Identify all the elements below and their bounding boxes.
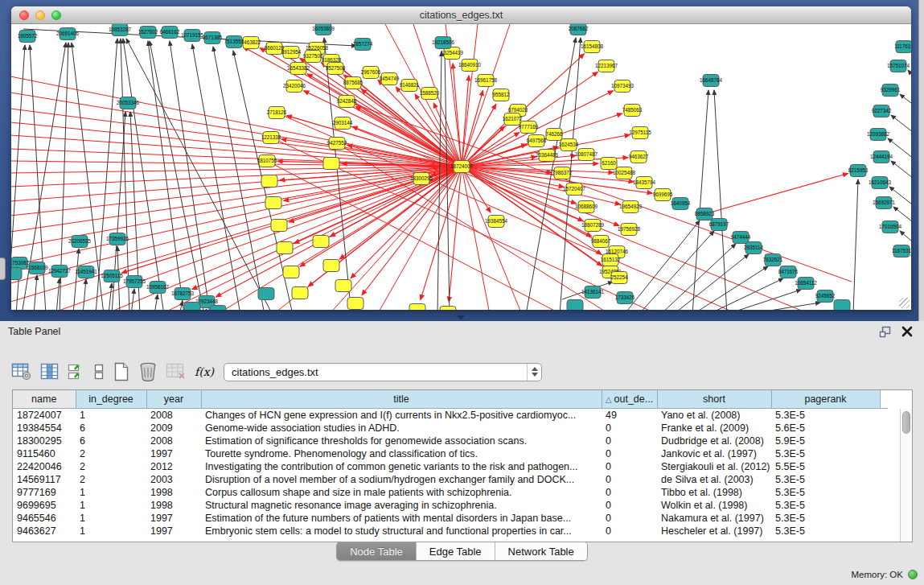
graph-node[interactable]: 18435794 <box>633 177 656 189</box>
tab-edge-table[interactable]: Edge Table <box>417 542 495 560</box>
graph-node[interactable]: 9227342 <box>872 105 892 117</box>
graph-node[interactable]: 9777169 <box>519 122 539 134</box>
graph-node[interactable]: 16543382 <box>287 63 310 75</box>
graph-node[interactable]: 19384554 <box>485 216 508 228</box>
graph-node[interactable]: 12213967 <box>595 60 618 72</box>
graph-node[interactable] <box>265 197 281 209</box>
graph-node[interactable]: 20364486 <box>536 150 559 162</box>
graph-node[interactable]: 9327508 <box>303 51 323 63</box>
graph-node[interactable]: 2087682 <box>569 24 589 35</box>
graph-node[interactable]: 12975115 <box>629 127 651 139</box>
graph-node[interactable]: 1117619 <box>894 41 911 53</box>
graph-node[interactable]: 9699695 <box>653 189 673 201</box>
graph-node[interactable] <box>271 220 287 232</box>
graph-node[interactable]: 746266 <box>545 129 563 141</box>
graph-node[interactable] <box>292 287 308 299</box>
table-row[interactable]: 1938455462009Genome-wide association stu… <box>13 422 888 435</box>
graph-node[interactable]: 6879197 <box>709 219 729 231</box>
graph-node[interactable]: 955812 <box>492 89 510 101</box>
graph-node[interactable]: 11568109 <box>26 262 48 274</box>
graph-node[interactable]: 7986372 <box>552 167 573 179</box>
graph-node[interactable]: 16210643 <box>869 177 892 189</box>
network-graph[interactable]: 1872400774638228660128891295415226058932… <box>11 24 911 310</box>
graph-node[interactable]: 6497568 <box>527 135 547 147</box>
graph-node[interactable]: 10807487 <box>575 149 598 161</box>
graph-node[interactable]: 7485063 <box>622 105 643 117</box>
graph-node[interactable]: 15692971 <box>873 197 896 209</box>
graph-node[interactable]: 1624534 <box>559 139 579 151</box>
graph-node[interactable]: 8471676 <box>778 266 799 278</box>
table-scrollbar[interactable] <box>900 409 912 542</box>
graph-node[interactable]: 18640910 <box>458 60 482 72</box>
row-height-button[interactable] <box>93 362 105 381</box>
column-header-pagerank[interactable]: pagerank <box>771 390 880 408</box>
zoom-window-icon[interactable] <box>51 10 61 20</box>
graph-node[interactable]: 20691406 <box>56 28 80 40</box>
graph-node[interactable]: 8215953 <box>848 165 869 177</box>
graph-node[interactable]: 9671385 <box>203 32 223 44</box>
table-row[interactable]: 946554611997Estimation of the future num… <box>13 512 888 525</box>
graph-node[interactable]: 1810755 <box>257 155 277 167</box>
panel-collapse-grip[interactable] <box>0 257 6 280</box>
graph-node[interactable]: 12942737 <box>48 266 72 278</box>
graph-node[interactable] <box>323 260 339 272</box>
tab-node-table[interactable]: Node Table <box>337 542 417 560</box>
graph-node[interactable]: 18724007 <box>450 161 474 173</box>
table-row[interactable]: 946362711997Embryonic stem cells: a mode… <box>13 525 888 538</box>
graph-node[interactable]: 9884067 <box>591 236 611 248</box>
graph-node[interactable] <box>184 303 200 311</box>
graph-node[interactable]: 16961758 <box>474 75 498 87</box>
table-row[interactable]: 2242004622012Investigating the contribut… <box>13 460 888 473</box>
table-row[interactable]: 1456911722003Disruption of a novel membe… <box>13 473 888 486</box>
graph-node[interactable]: 8858923 <box>695 208 715 220</box>
graph-node[interactable]: 10688609 <box>575 201 598 213</box>
graph-node[interactable]: 62160 <box>601 158 617 170</box>
minimize-window-icon[interactable] <box>35 10 45 20</box>
graph-node[interactable]: 10719155 <box>181 30 204 42</box>
row-filter-button[interactable] <box>68 362 85 381</box>
splitter-handle-icon[interactable] <box>457 315 465 320</box>
column-header-name[interactable]: name <box>13 390 76 408</box>
graph-node[interactable]: 16648784 <box>700 75 723 87</box>
graph-node[interactable]: 1221338 <box>261 132 281 144</box>
graph-node[interactable]: 9242848 <box>337 96 357 108</box>
graph-node[interactable]: 8875685 <box>343 77 363 89</box>
graph-node[interactable]: 17957255 <box>123 276 146 288</box>
graph-node[interactable]: 10973493 <box>611 80 634 93</box>
close-panel-button[interactable] <box>901 326 913 337</box>
graph-node[interactable]: 1615132 <box>601 254 621 266</box>
graph-node[interactable] <box>834 300 850 311</box>
graph-node[interactable] <box>313 236 329 248</box>
graph-node[interactable]: 10958167 <box>146 282 170 294</box>
graph-node[interactable]: 9427552 <box>327 138 347 150</box>
graph-node[interactable]: 2903144 <box>333 117 353 130</box>
graph-node[interactable]: 7463822 <box>241 37 261 49</box>
graph-node[interactable]: 12505115 <box>101 270 123 282</box>
table-mode-button[interactable] <box>11 362 32 381</box>
graph-node[interactable] <box>347 298 363 310</box>
graph-node[interactable]: 20206535 <box>68 236 92 248</box>
graph-node[interactable]: 19654923 <box>619 201 643 213</box>
graph-node[interactable]: 12093882 <box>867 129 890 141</box>
scrollbar-thumb[interactable] <box>902 411 910 434</box>
table-row[interactable]: 911546021997Tourette syndrome. Phenomeno… <box>13 447 888 460</box>
graph-node[interactable]: 17016504 <box>879 221 902 233</box>
graph-node[interactable]: 15751074 <box>887 60 910 72</box>
graph-node[interactable]: 8912954 <box>281 47 302 59</box>
network-canvas[interactable]: 1872400774638228660128891295415226058932… <box>11 24 911 310</box>
graph-node[interactable]: 10853287 <box>109 24 132 36</box>
graph-node[interactable]: 15720407 <box>563 183 586 196</box>
graph-node[interactable] <box>335 280 351 292</box>
graph-node[interactable] <box>11 268 22 280</box>
graph-node[interactable] <box>258 288 274 300</box>
graph-node[interactable] <box>567 300 583 311</box>
graph-node[interactable]: 16053809 <box>312 24 335 35</box>
graph-node[interactable]: 9463627 <box>629 151 649 163</box>
graph-node[interactable]: 18807289 <box>581 220 605 232</box>
graph-node[interactable]: 8454749 <box>380 73 400 85</box>
graph-node[interactable]: 1640954 <box>671 198 691 210</box>
graph-node[interactable]: 10654112 <box>795 278 817 290</box>
graph-node[interactable]: 17359926 <box>106 233 129 245</box>
float-panel-button[interactable] <box>879 326 892 338</box>
graph-node[interactable]: 18300295 <box>410 173 433 185</box>
